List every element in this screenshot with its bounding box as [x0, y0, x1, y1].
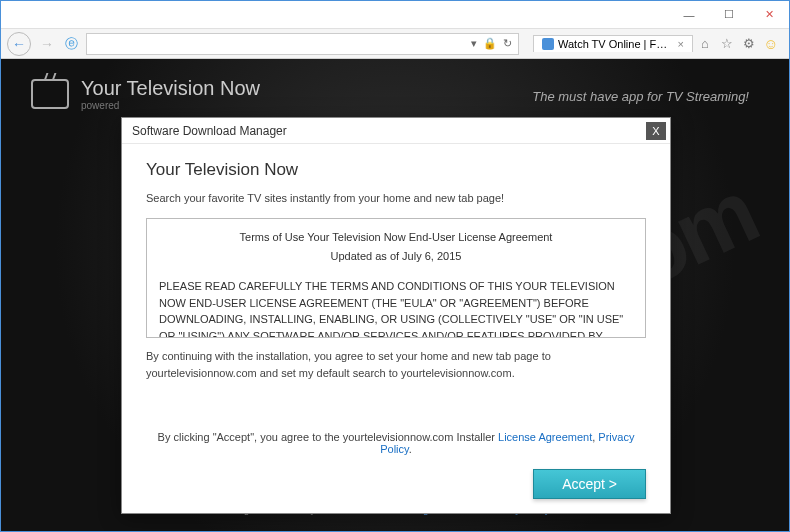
back-button[interactable]: ←	[7, 32, 31, 56]
tab-title: Watch TV Online | Free TV On…	[558, 38, 670, 50]
feedback-smiley-icon[interactable]: ☺	[763, 36, 779, 52]
app-name-heading: Your Television Now	[146, 160, 646, 180]
maximize-button[interactable]: ☐	[709, 1, 749, 29]
download-manager-dialog: Software Download Manager X Your Televis…	[121, 117, 671, 514]
consent-text: By continuing with the installation, you…	[146, 348, 646, 381]
dialog-body: Your Television Now Search your favorite…	[122, 144, 670, 513]
browser-window: — ☐ ✕ ← → ⓔ ▾ 🔒 ↻ Watch TV Online | Free…	[0, 0, 790, 532]
window-titlebar: — ☐ ✕	[1, 1, 789, 29]
button-row: Accept >	[146, 469, 646, 499]
window-close-button[interactable]: ✕	[749, 1, 789, 29]
toolbar-right: ⌂ ☆ ⚙ ☺	[697, 36, 783, 52]
tab-close-button[interactable]: ×	[678, 38, 684, 50]
tab-favicon-icon	[542, 38, 554, 50]
lock-icon: 🔒	[483, 37, 497, 50]
home-icon[interactable]: ⌂	[697, 36, 713, 52]
forward-button[interactable]: →	[35, 32, 59, 56]
dropdown-icon[interactable]: ▾	[471, 37, 477, 50]
accept-disclaimer: By clicking "Accept", you agree to the y…	[146, 431, 646, 455]
page-tagline: The must have app for TV Streaming!	[532, 89, 749, 104]
page-content: pcrisk.com Your Television Now powered T…	[1, 59, 789, 531]
refresh-icon[interactable]: ↻	[503, 37, 512, 50]
favorites-icon[interactable]: ☆	[719, 36, 735, 52]
eula-title: Terms of Use Your Television Now End-Use…	[159, 229, 633, 246]
dialog-title: Software Download Manager	[132, 124, 287, 138]
minimize-button[interactable]: —	[669, 1, 709, 29]
page-header: Your Television Now powered	[31, 77, 260, 111]
window-controls: — ☐ ✕	[669, 1, 789, 29]
browser-tab[interactable]: Watch TV Online | Free TV On… ×	[533, 35, 693, 52]
settings-gear-icon[interactable]: ⚙	[741, 36, 757, 52]
dialog-close-button[interactable]: X	[646, 122, 666, 140]
back-arrow-icon: ←	[12, 36, 26, 52]
tv-icon	[31, 79, 69, 109]
page-subtitle: powered	[81, 100, 260, 111]
page-title: Your Television Now	[81, 77, 260, 100]
tab-strip: Watch TV Online | Free TV On… ×	[533, 35, 693, 52]
browser-toolbar: ← → ⓔ ▾ 🔒 ↻ Watch TV Online | Free TV On…	[1, 29, 789, 59]
eula-scrollbox[interactable]: Terms of Use Your Television Now End-Use…	[146, 218, 646, 338]
app-description: Search your favorite TV sites instantly …	[146, 192, 646, 204]
dialog-titlebar[interactable]: Software Download Manager X	[122, 118, 670, 144]
eula-body: PLEASE READ CAREFULLY THE TERMS AND COND…	[159, 278, 633, 338]
license-agreement-link[interactable]: License Agreement	[498, 431, 592, 443]
address-bar[interactable]: ▾ 🔒 ↻	[86, 33, 519, 55]
accept-button[interactable]: Accept >	[533, 469, 646, 499]
eula-date: Updated as of July 6, 2015	[159, 248, 633, 265]
ie-logo-icon: ⓔ	[65, 35, 78, 53]
forward-arrow-icon: →	[40, 36, 54, 52]
